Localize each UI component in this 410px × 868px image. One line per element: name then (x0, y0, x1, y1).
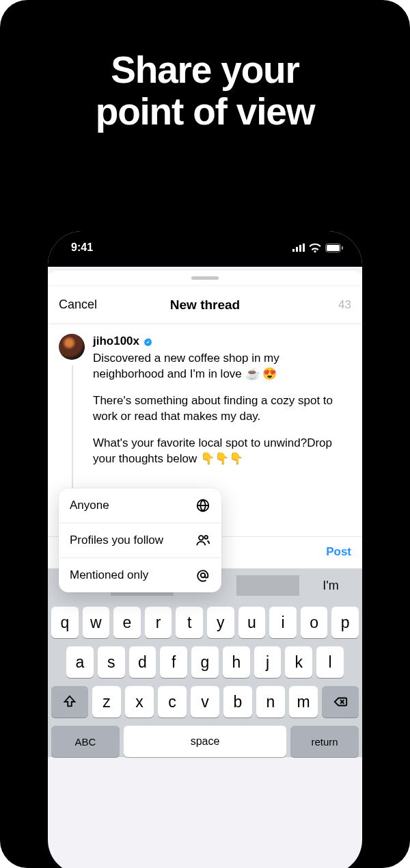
status-bar: 9:41 (48, 231, 362, 267)
menu-label-follow: Profiles you follow (70, 534, 163, 547)
status-indicators (292, 244, 343, 252)
key-w[interactable]: w (83, 607, 110, 638)
char-counter: 43 (313, 298, 351, 312)
people-icon (195, 533, 210, 548)
key-d[interactable]: d (129, 646, 156, 678)
shift-icon (62, 694, 77, 709)
cellular-icon (292, 244, 305, 252)
separator (236, 575, 299, 596)
modal-title: New thread (170, 298, 240, 313)
key-c[interactable]: c (158, 686, 187, 718)
key-f[interactable]: f (160, 646, 187, 678)
phone-screen: 9:41 Cancel New thread 43 (48, 231, 362, 868)
key-m[interactable]: m (289, 686, 318, 718)
modal-header: Cancel New thread 43 (48, 286, 362, 324)
key-a[interactable]: a (66, 646, 94, 678)
menu-item-anyone[interactable]: Anyone (59, 488, 221, 523)
verified-badge-icon (143, 337, 153, 347)
svg-rect-5 (327, 245, 340, 251)
svg-point-10 (201, 573, 205, 577)
svg-rect-2 (299, 245, 301, 252)
compose-body[interactable]: jiho100x Discovered a new coffee shop in… (93, 334, 351, 467)
compose-paragraph-1: Discovered a new coffee shop in my neigh… (93, 351, 351, 382)
keyboard: I The I'm q w e r t y u i o p (48, 568, 362, 757)
username: jiho100x (93, 334, 139, 350)
menu-item-mentioned[interactable]: Mentioned only (59, 557, 221, 592)
phone-frame: 9:41 Cancel New thread 43 (41, 224, 369, 868)
sheet-grabber[interactable] (191, 276, 219, 280)
promo-stage: Share your point of view 9:41 Cancel New… (0, 0, 410, 868)
key-row-2: a s d f g h j k l (48, 642, 362, 682)
compose-paragraph-2: There's something about finding a cozy s… (93, 393, 351, 425)
key-abc[interactable]: ABC (51, 726, 120, 757)
key-g[interactable]: g (191, 646, 219, 678)
key-e[interactable]: e (113, 607, 141, 638)
key-k[interactable]: k (285, 646, 312, 678)
key-row-3: z x c v b n m (48, 682, 362, 722)
key-q[interactable]: q (51, 607, 79, 638)
menu-label-mentioned: Mentioned only (70, 568, 148, 582)
backspace-icon (333, 694, 348, 709)
avatar[interactable] (59, 334, 85, 360)
menu-item-follow[interactable]: Profiles you follow (59, 523, 221, 557)
key-o[interactable]: o (301, 607, 328, 638)
post-button[interactable]: Post (326, 545, 351, 559)
svg-rect-6 (342, 246, 343, 250)
key-t[interactable]: t (176, 607, 203, 638)
reply-scope-menu: Anyone Profiles you follow Mentioned onl… (59, 488, 221, 592)
key-shift[interactable] (51, 686, 88, 718)
sheet-grabber-area (48, 271, 362, 286)
key-j[interactable]: j (254, 646, 282, 678)
menu-label-anyone: Anyone (70, 499, 109, 512)
globe-icon (195, 498, 210, 513)
key-n[interactable]: n (256, 686, 285, 718)
key-v[interactable]: v (191, 686, 219, 718)
key-h[interactable]: h (223, 646, 250, 678)
key-u[interactable]: u (238, 607, 266, 638)
headline: Share your point of view (0, 0, 410, 132)
wifi-icon (309, 244, 321, 252)
key-row-4: ABC space return (48, 722, 362, 757)
status-time: 9:41 (71, 241, 93, 254)
svg-rect-3 (303, 244, 305, 252)
headline-line1: Share your (0, 49, 410, 91)
key-x[interactable]: x (125, 686, 154, 718)
svg-rect-1 (296, 247, 298, 252)
svg-point-8 (199, 536, 203, 540)
key-i[interactable]: i (269, 607, 297, 638)
at-icon (195, 568, 210, 583)
svg-rect-0 (292, 249, 295, 252)
key-y[interactable]: y (207, 607, 234, 638)
compose-paragraph-3: What's your favorite local spot to unwin… (93, 436, 351, 467)
cancel-button[interactable]: Cancel (59, 298, 97, 312)
key-l[interactable]: l (316, 646, 344, 678)
headline-line2: point of view (0, 91, 410, 133)
key-z[interactable]: z (92, 686, 121, 718)
key-row-1: q w e r t y u i o p (48, 603, 362, 642)
key-p[interactable]: p (331, 607, 359, 638)
key-b[interactable]: b (223, 686, 252, 718)
svg-point-9 (204, 536, 208, 539)
key-r[interactable]: r (145, 607, 172, 638)
key-backspace[interactable] (322, 686, 359, 718)
suggestion-3[interactable]: I'm (299, 568, 362, 603)
username-row: jiho100x (93, 334, 153, 350)
key-s[interactable]: s (98, 646, 125, 678)
key-return[interactable]: return (290, 726, 359, 757)
key-space[interactable]: space (124, 726, 286, 757)
battery-icon (325, 244, 343, 252)
